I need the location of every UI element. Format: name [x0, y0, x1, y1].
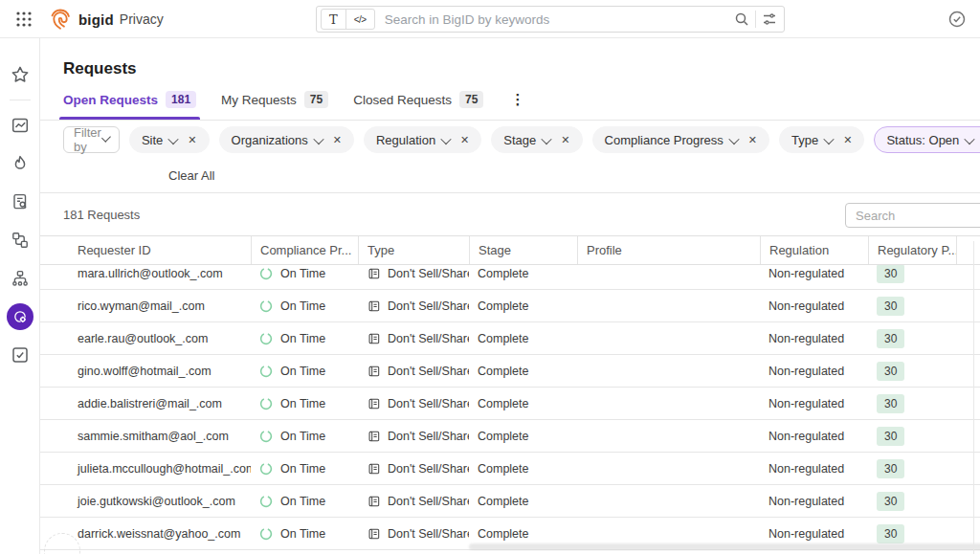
filter-by-dropdown[interactable]: Filter by — [63, 126, 120, 153]
left-nav-sidebar — [0, 38, 40, 554]
column-compliance-progress[interactable]: Compliance Pr... — [251, 236, 358, 264]
bigid-logo[interactable]: bigid Privacy — [48, 7, 164, 32]
filter-chip[interactable]: Organizations ✕ — [219, 126, 354, 153]
tab-label: Open Requests — [63, 93, 158, 107]
stage-cell: Complete — [478, 397, 529, 410]
table-search-input[interactable] — [845, 203, 980, 228]
approvals-icon[interactable] — [947, 10, 967, 29]
chevron-down-icon[interactable] — [315, 133, 323, 147]
favorites-icon[interactable] — [0, 55, 40, 94]
chevron-down-icon[interactable] — [442, 133, 450, 147]
column-regulatory-progress[interactable]: Regulatory P... — [868, 236, 956, 264]
regulatory-progress-badge: 30 — [877, 427, 904, 446]
type-cell: Don't Sell/Share — [388, 495, 469, 508]
main-content: Requests Open Requests 181 My Requests 7… — [40, 38, 980, 554]
search-mode-toggle[interactable]: T </> — [321, 9, 375, 30]
scroll-icon — [367, 267, 380, 280]
table-row[interactable]: joie.gutkowski@outlook_.com On Time Don'… — [40, 485, 980, 518]
classification-icon[interactable] — [0, 221, 40, 259]
column-type[interactable]: Type — [358, 236, 469, 264]
close-icon[interactable]: ✕ — [843, 134, 852, 146]
table-row[interactable]: rico.wyman@mail_.com On Time Don't Sell/… — [40, 290, 980, 322]
search-settings-icon[interactable] — [762, 11, 777, 27]
filter-chip[interactable]: Compliance Progress ✕ — [592, 126, 770, 153]
chevron-down-icon[interactable] — [543, 133, 550, 147]
tab-my-requests[interactable]: My Requests 75 — [221, 91, 328, 120]
tab-closed-requests[interactable]: Closed Requests 75 — [353, 91, 483, 120]
regulation-cell: Non-regulated — [768, 332, 844, 345]
compliance-status-cell: On Time — [280, 397, 325, 410]
close-icon[interactable]: ✕ — [748, 134, 757, 146]
column-stage[interactable]: Stage — [469, 236, 577, 264]
clear-all-button[interactable]: Clear All — [168, 168, 214, 183]
text-search-toggle[interactable]: T — [322, 9, 346, 30]
on-time-ring-icon — [259, 527, 273, 541]
chevron-down-icon[interactable] — [730, 133, 738, 147]
privacy-module-active[interactable] — [0, 298, 40, 336]
filter-chip[interactable]: Type ✕ — [779, 126, 864, 153]
search-icon[interactable] — [734, 11, 749, 27]
tab-open-requests[interactable]: Open Requests 181 — [63, 91, 196, 120]
type-cell: Don't Sell/Share — [388, 527, 469, 541]
requests-tabs: Open Requests 181 My Requests 75 Closed … — [40, 78, 980, 121]
on-time-ring-icon — [259, 397, 273, 410]
filter-chip-label: Organizations — [232, 133, 308, 147]
table-row[interactable]: gino.wolff@hotmail_.com On Time Don't Se… — [40, 355, 980, 388]
stage-cell: Complete — [478, 332, 529, 345]
scroll-icon — [367, 397, 380, 410]
close-icon[interactable]: ✕ — [333, 134, 342, 146]
table-row[interactable]: julieta.mccullough@hotmail_.com On Time … — [40, 453, 980, 485]
table-row[interactable]: sammie.smitham@aol_.com On Time Don't Se… — [40, 420, 980, 453]
tab-label: My Requests — [221, 93, 297, 107]
regulatory-progress-badge: 30 — [877, 297, 904, 316]
global-search-input[interactable] — [375, 12, 734, 27]
on-time-ring-icon — [259, 430, 273, 443]
scroll-icon — [367, 495, 380, 508]
close-icon[interactable]: ✕ — [188, 134, 196, 146]
filter-chip[interactable]: Site ✕ — [129, 126, 210, 153]
table-row[interactable]: addie.balistreri@mail_.com On Time Don't… — [40, 388, 980, 420]
filter-chip[interactable]: Stage ✕ — [491, 126, 582, 153]
hotspots-icon[interactable] — [0, 144, 40, 183]
regulatory-progress-badge: 30 — [877, 394, 904, 413]
regulation-cell: Non-regulated — [768, 430, 844, 443]
table-row[interactable]: mara.ullrich@outlook_.com On Time Don't … — [40, 265, 980, 290]
horizontal-scrollbar[interactable] — [469, 543, 980, 550]
catalog-icon[interactable] — [0, 183, 40, 221]
chevron-down-icon[interactable] — [966, 133, 973, 147]
global-search-bar[interactable]: T </> — [316, 6, 785, 33]
column-profile[interactable]: Profile — [577, 236, 760, 264]
chevron-down-icon[interactable] — [825, 133, 833, 147]
tasks-icon[interactable] — [0, 336, 40, 374]
table-right-edge — [973, 241, 974, 554]
type-cell: Don't Sell/Share — [388, 462, 469, 476]
tab-label: Closed Requests — [353, 93, 452, 107]
close-icon[interactable]: ✕ — [561, 134, 569, 146]
filter-chip-label: Type — [791, 133, 818, 147]
chevron-down-icon[interactable] — [169, 133, 177, 147]
tabs-more-menu-icon[interactable]: ⋮ — [508, 91, 529, 120]
filter-chip[interactable]: Regulation ✕ — [364, 126, 481, 153]
query-search-toggle[interactable]: </> — [346, 9, 374, 30]
close-icon[interactable]: ✕ — [460, 134, 469, 146]
fingerprint-logo-icon — [48, 7, 73, 32]
column-requester-id[interactable]: Requester ID — [69, 236, 251, 264]
table-row[interactable]: earle.rau@outlook_.com On Time Don't Sel… — [40, 322, 980, 355]
data-flows-icon[interactable] — [0, 259, 40, 298]
compliance-status-cell: On Time — [280, 527, 325, 541]
scroll-icon — [367, 365, 380, 378]
filter-chip[interactable]: Status: Open ✕ — [874, 126, 980, 153]
tab-count-badge: 75 — [304, 91, 328, 108]
regulatory-progress-badge: 30 — [877, 329, 904, 348]
dashboard-icon[interactable] — [0, 106, 40, 144]
filter-chip-label: Status: Open — [886, 133, 959, 147]
compliance-status-cell: On Time — [280, 430, 325, 443]
table-body: mara.ullrich@outlook_.com On Time Don't … — [40, 265, 980, 551]
type-cell: Don't Sell/Share — [388, 267, 469, 280]
compliance-status-cell: On Time — [280, 267, 325, 280]
scroll-icon — [367, 299, 380, 313]
regulation-cell: Non-regulated — [768, 462, 844, 476]
column-regulation[interactable]: Regulation — [760, 236, 868, 264]
app-launcher-icon[interactable] — [15, 11, 33, 28]
on-time-ring-icon — [259, 299, 273, 313]
